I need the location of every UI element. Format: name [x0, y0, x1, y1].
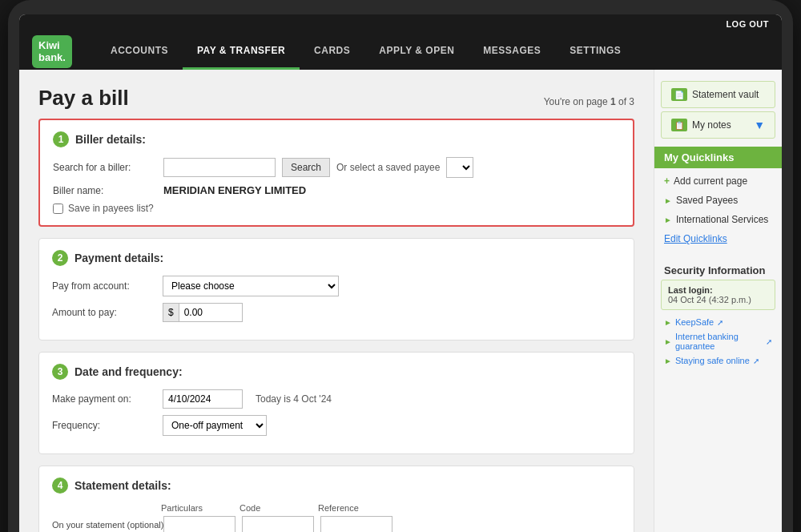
notes-icon: 📋	[671, 119, 687, 131]
nav-accounts[interactable]: ACCOUNTS	[96, 34, 183, 70]
ib-guarantee-label: Internet banking guarantee	[675, 332, 763, 351]
logo-bank: bank.	[38, 52, 66, 63]
or-label: Or select a saved payee	[336, 162, 440, 173]
content-area: Pay a bill You're on page 1 of 3 1 Bille…	[19, 70, 782, 532]
guarantee-arrow-icon: ►	[664, 337, 672, 346]
international-services-label: International Services	[676, 214, 768, 225]
payees-arrow-icon: ►	[664, 196, 672, 205]
my-notes-label: My notes	[692, 119, 731, 131]
notes-dropdown-icon: ▼	[754, 119, 765, 131]
external-link-icon: ➚	[717, 318, 723, 327]
security-widget: Security Information Last login: 04 Oct …	[654, 256, 782, 368]
biller-section-title: Biller details:	[75, 133, 146, 146]
date-section-title: Date and frequency:	[74, 365, 183, 378]
page-info: You're on page 1 of 3	[544, 96, 634, 107]
your-reference-input[interactable]	[320, 516, 392, 532]
statement-vault-btn[interactable]: 📄 Statement vault	[661, 81, 775, 108]
on-your-label: On your statement (optional)	[52, 520, 163, 530]
search-biller-label: Search for a biller:	[53, 162, 157, 173]
page-title: Pay a bill	[38, 86, 129, 111]
date-section: 3 Date and frequency: Make payment on: T…	[38, 352, 634, 454]
biller-name-label: Biller name:	[53, 185, 157, 196]
statement-vault-label: Statement vault	[692, 89, 759, 100]
staying-safe-label: Staying safe online	[675, 356, 750, 365]
main-content: Pay a bill You're on page 1 of 3 1 Bille…	[19, 70, 654, 532]
page-total: 3	[629, 96, 634, 107]
sidebar-vault-widget: 📄 Statement vault 📋 My notes ▼	[654, 81, 782, 139]
page-current: 1	[610, 96, 616, 107]
section-number-1: 1	[53, 131, 69, 147]
staying-external-icon: ➚	[753, 357, 759, 365]
currency-symbol: $	[163, 303, 179, 322]
nav-apply-open[interactable]: APPLY & OPEN	[364, 34, 469, 70]
edit-quicklinks-link[interactable]: Edit Quicklinks	[654, 229, 782, 248]
search-biller-input[interactable]	[163, 158, 276, 177]
biller-section: 1 Biller details: Search for a biller: S…	[38, 119, 634, 227]
logo-kiwi: Kiwi	[38, 40, 66, 51]
save-payees-label: Save in payees list?	[68, 203, 154, 214]
reference-col-header: Reference	[318, 503, 390, 513]
vault-icon: 📄	[671, 88, 687, 101]
statement-section-title: Statement details:	[74, 479, 171, 492]
international-services-item[interactable]: ► International Services	[654, 210, 782, 229]
quicklinks-widget: My Quicklinks + Add current page ► Saved…	[654, 147, 782, 248]
search-button[interactable]: Search	[282, 158, 330, 177]
add-current-page-item[interactable]: + Add current page	[654, 171, 782, 191]
nav-items: ACCOUNTS PAY & TRANSFER CARDS APPLY & OP…	[96, 34, 635, 70]
amount-label: Amount to pay:	[52, 307, 156, 318]
add-current-label: Add current page	[674, 175, 747, 187]
code-col-header: Code	[239, 503, 312, 513]
biller-name-value: MERIDIAN ENERGY LIMITED	[163, 184, 306, 196]
ib-guarantee-link[interactable]: ► Internet banking guarantee ➚	[654, 329, 782, 353]
staying-safe-link[interactable]: ► Staying safe online ➚	[654, 353, 782, 368]
last-login-label: Last login:	[668, 285, 768, 295]
keepsafe-label: KeepSafe	[675, 317, 714, 327]
saved-payees-item[interactable]: ► Saved Payees	[654, 191, 782, 210]
date-input[interactable]	[163, 389, 243, 409]
intl-arrow-icon: ►	[664, 216, 672, 224]
make-payment-label: Make payment on:	[52, 393, 156, 405]
frequency-label: Frequency:	[52, 420, 156, 431]
your-particulars-input[interactable]	[163, 516, 235, 532]
saved-payees-label: Saved Payees	[676, 195, 738, 206]
quicklinks-header: My Quicklinks	[654, 147, 782, 168]
staying-arrow-icon: ►	[664, 357, 672, 365]
amount-input[interactable]	[179, 303, 243, 322]
nav-pay-transfer[interactable]: PAY & TRANSFER	[183, 34, 300, 70]
save-payees-checkbox[interactable]	[53, 204, 63, 214]
nav-settings[interactable]: SETTINGS	[555, 34, 635, 70]
add-icon: +	[664, 175, 670, 187]
tablet-frame: LOG OUT Kiwi bank. ACCOUNTS PAY & TRANSF…	[8, 0, 793, 532]
nav-cards[interactable]: CARDS	[300, 34, 364, 70]
top-bar: LOG OUT	[19, 14, 782, 34]
pay-from-select[interactable]: Please choose	[163, 276, 339, 296]
screen: LOG OUT Kiwi bank. ACCOUNTS PAY & TRANSF…	[19, 14, 782, 532]
keepsafe-link[interactable]: ► KeepSafe ➚	[654, 315, 782, 329]
nav-bar: Kiwi bank. ACCOUNTS PAY & TRANSFER CARDS…	[19, 34, 782, 70]
security-header: Security Information	[654, 256, 782, 280]
logo: Kiwi bank.	[32, 35, 72, 68]
logout-button[interactable]: LOG OUT	[726, 19, 769, 29]
section-number-3: 3	[52, 364, 68, 380]
today-label: Today is 4 Oct '24	[256, 393, 332, 405]
particulars-col-header: Particulars	[161, 503, 233, 513]
my-notes-btn[interactable]: 📋 My notes ▼	[661, 111, 775, 139]
your-code-input[interactable]	[242, 516, 314, 532]
last-login-time: 04 Oct 24 (4:32 p.m.)	[668, 295, 768, 304]
saved-payee-select[interactable]	[446, 157, 473, 178]
payment-section-title: Payment details:	[74, 252, 163, 264]
keepsafe-arrow-icon: ►	[664, 318, 672, 327]
section-number-2: 2	[52, 250, 68, 266]
last-login-box: Last login: 04 Oct 24 (4:32 p.m.)	[661, 280, 775, 310]
section-number-4: 4	[52, 478, 68, 494]
statement-section: 4 Statement details: Particulars Code Re…	[38, 466, 634, 532]
sidebar: 📄 Statement vault 📋 My notes ▼ My Quickl…	[654, 70, 782, 532]
frequency-select[interactable]: One-off payment	[163, 415, 267, 436]
payment-section: 2 Payment details: Pay from account: Ple…	[38, 238, 634, 341]
nav-messages[interactable]: MESSAGES	[469, 34, 555, 70]
guarantee-external-icon: ➚	[766, 337, 772, 346]
pay-from-label: Pay from account:	[52, 280, 156, 292]
